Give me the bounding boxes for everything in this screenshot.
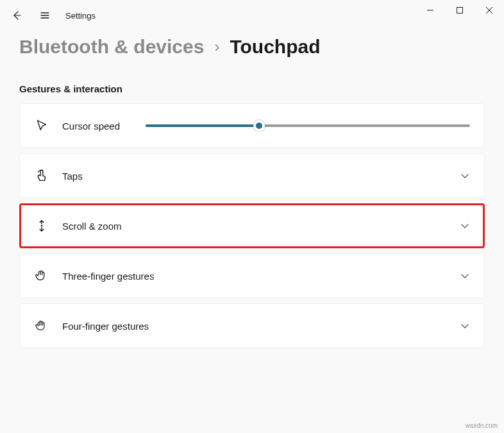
maximize-button[interactable] <box>445 0 475 21</box>
chevron-down-icon <box>460 221 470 231</box>
breadcrumb: Bluetooth & devices › Touchpad <box>19 36 485 58</box>
three-finger-card[interactable]: Three-finger gestures <box>19 253 485 298</box>
menu-button[interactable] <box>33 4 56 27</box>
three-finger-label: Three-finger gestures <box>62 271 154 282</box>
svg-rect-0 <box>457 8 463 13</box>
app-title: Settings <box>65 11 96 21</box>
chevron-down-icon <box>460 271 470 281</box>
window-controls <box>416 0 504 21</box>
back-button[interactable] <box>5 4 28 27</box>
four-finger-card[interactable]: Four-finger gestures <box>19 303 485 348</box>
watermark: wsxdn.com <box>466 422 498 429</box>
titlebar-left: Settings <box>5 4 96 27</box>
taps-card[interactable]: Taps <box>19 153 485 198</box>
breadcrumb-current: Touchpad <box>230 36 320 58</box>
slider-thumb[interactable] <box>253 120 265 132</box>
four-finger-icon <box>34 318 49 334</box>
titlebar: Settings <box>0 0 504 31</box>
hamburger-icon <box>40 10 50 21</box>
slider-fill <box>146 124 259 127</box>
minimize-icon <box>427 7 433 13</box>
taps-label: Taps <box>62 171 83 182</box>
scroll-zoom-label: Scroll & zoom <box>62 221 122 232</box>
breadcrumb-parent[interactable]: Bluetooth & devices <box>19 36 204 58</box>
cursor-speed-slider[interactable] <box>146 124 470 127</box>
close-button[interactable] <box>475 0 504 21</box>
svg-point-1 <box>41 225 43 227</box>
chevron-down-icon <box>460 321 470 331</box>
cursor-speed-label: Cursor speed <box>62 121 120 132</box>
chevron-down-icon <box>460 171 470 181</box>
section-header: Gestures & interaction <box>19 83 485 94</box>
scroll-zoom-card[interactable]: Scroll & zoom <box>19 203 485 248</box>
close-icon <box>486 7 492 13</box>
minimize-button[interactable] <box>416 0 445 21</box>
four-finger-label: Four-finger gestures <box>62 321 149 332</box>
maximize-icon <box>457 7 463 13</box>
content-area: Bluetooth & devices › Touchpad Gestures … <box>0 36 504 348</box>
arrow-left-icon <box>12 10 22 21</box>
scroll-icon <box>34 218 49 233</box>
chevron-right-icon: › <box>214 38 219 56</box>
three-finger-icon <box>34 268 49 284</box>
cursor-speed-card: Cursor speed <box>19 103 485 148</box>
tap-icon <box>34 168 49 183</box>
cursor-icon <box>34 118 49 133</box>
